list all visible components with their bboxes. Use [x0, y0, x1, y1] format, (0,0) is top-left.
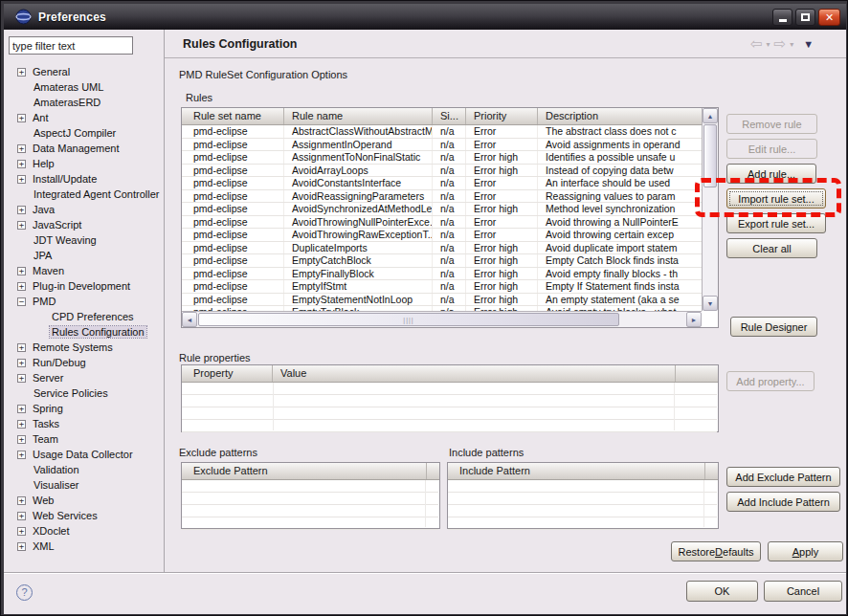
column-header-include-pattern[interactable]: Include Pattern [448, 463, 704, 479]
forward-icon[interactable]: ⇨ [774, 35, 787, 53]
sidebar-item-run-debug[interactable]: +Run/Debug [8, 355, 163, 370]
expand-icon[interactable]: + [17, 160, 26, 168]
table-row[interactable]: pmd-eclipseEmptyFinallyBlockn/aError hig… [182, 268, 702, 281]
close-button[interactable]: ✕ [818, 9, 840, 26]
column-header-rule-set-name[interactable]: Rule set name [182, 108, 284, 124]
expand-icon[interactable]: + [17, 542, 26, 551]
sidebar-item-team[interactable]: +Team [8, 431, 163, 447]
expand-icon[interactable]: + [17, 114, 26, 122]
table-row[interactable]: pmd-eclipseAssignmentToNonFinalStaticn/a… [182, 151, 702, 165]
sidebar-item-tasks[interactable]: +Tasks [8, 416, 163, 431]
column-header-exclude-pattern[interactable]: Exclude Pattern [182, 463, 426, 479]
scroll-up-icon[interactable]: ▲ [703, 108, 718, 123]
table-row[interactable]: pmd-eclipseDuplicateImportsn/aError high… [182, 242, 702, 255]
sidebar-item-help[interactable]: +Help [8, 156, 163, 171]
add-include-pattern-button[interactable]: Add Include Pattern [726, 492, 840, 512]
sidebar-item-remote-systems[interactable]: +Remote Systems [8, 340, 163, 355]
sidebar-item-validation[interactable]: Validation [8, 462, 163, 477]
maximize-button[interactable] [795, 9, 815, 26]
collapse-icon[interactable]: − [17, 297, 26, 306]
view-menu-icon[interactable]: ▼ [803, 38, 814, 50]
export-rule-set-button[interactable]: Export rule set... [726, 213, 826, 233]
back-icon[interactable]: ⇦ [750, 35, 763, 53]
filter-input[interactable] [9, 36, 133, 55]
sidebar-item-java[interactable]: +Java [8, 202, 163, 217]
forward-dropdown-icon[interactable]: ▾ [790, 40, 793, 49]
sidebar-item-usage-data-collector[interactable]: +Usage Data Collector [8, 447, 163, 462]
expand-icon[interactable]: + [17, 527, 26, 536]
sidebar-item-xdoclet[interactable]: +XDoclet [8, 523, 163, 539]
sidebar-item-data-management[interactable]: +Data Management [8, 141, 163, 156]
help-icon[interactable]: ? [16, 584, 33, 601]
horizontal-scrollbar[interactable]: ◄ |||| ► [182, 311, 702, 327]
expand-icon[interactable]: + [17, 221, 26, 230]
sidebar-item-jdt-weaving[interactable]: JDT Weaving [8, 232, 163, 248]
sidebar-item-service-policies[interactable]: Service Policies [8, 385, 163, 401]
sidebar-item-integrated-agent-controller[interactable]: Integrated Agent Controller [8, 187, 163, 202]
sidebar-item-rules-configuration[interactable]: Rules Configuration [8, 324, 163, 340]
sidebar-item-pmd[interactable]: −PMD [8, 294, 163, 309]
column-header-property[interactable]: Property [182, 365, 273, 382]
table-row[interactable]: pmd-eclipseAvoidReassigningParametersn/a… [182, 190, 702, 204]
expand-icon[interactable]: + [17, 267, 26, 275]
vertical-scroll-thumb[interactable] [703, 124, 717, 187]
expand-icon[interactable]: + [17, 420, 26, 429]
clear-all-button[interactable]: Clear all [726, 238, 817, 258]
table-row[interactable]: pmd-eclipseAvoidThrowingRawExceptionT...… [182, 229, 702, 242]
expand-icon[interactable]: + [17, 496, 26, 505]
restore-defaults-button[interactable]: Restore Defaults [671, 541, 761, 561]
scroll-left-icon[interactable]: ◄ [182, 312, 197, 327]
table-row[interactable]: pmd-eclipseEmptyStatementNotInLoopn/aErr… [182, 294, 702, 307]
sidebar-item-maven[interactable]: +Maven [8, 263, 163, 278]
sidebar-item-general[interactable]: +General [8, 64, 163, 79]
expand-icon[interactable]: + [17, 359, 26, 367]
sidebar-item-xml[interactable]: +XML [8, 539, 163, 554]
sidebar-item-spring[interactable]: +Spring [8, 401, 163, 416]
table-row[interactable]: pmd-eclipseEmptyIfStmtn/aError highEmpty… [182, 280, 702, 294]
table-row[interactable]: pmd-eclipseAvoidThrowingNullPointerExce.… [182, 216, 702, 230]
minimize-button[interactable] [772, 9, 792, 26]
expand-icon[interactable]: + [17, 435, 26, 444]
table-row[interactable]: pmd-eclipseEmptyCatchBlockn/aError highE… [182, 254, 702, 268]
vertical-scrollbar[interactable]: ▲ ▼ [702, 108, 718, 311]
table-row[interactable]: pmd-eclipseAvoidArrayLoopsn/aError highI… [182, 165, 702, 178]
sidebar-item-server[interactable]: +Server [8, 370, 163, 385]
sidebar-item-install-update[interactable]: +Install/Update [8, 171, 163, 187]
table-row[interactable]: pmd-eclipseAvoidConstantsInterfacen/aErr… [182, 177, 702, 190]
horizontal-scroll-thumb[interactable]: |||| [198, 313, 619, 326]
column-header-rule-name[interactable]: Rule name [284, 108, 433, 124]
expand-icon[interactable]: + [17, 343, 26, 352]
expand-icon[interactable]: + [17, 451, 26, 459]
sidebar-item-amateras-uml[interactable]: Amateras UML [8, 79, 163, 95]
add-rule-button[interactable]: Add rule... [726, 164, 816, 184]
column-header-value[interactable]: Value [273, 365, 675, 382]
expand-icon[interactable]: + [17, 282, 26, 291]
sidebar-item-cpd-preferences[interactable]: CPD Preferences [8, 309, 163, 324]
column-header-priority[interactable]: Priority [466, 108, 538, 124]
scroll-right-icon[interactable]: ► [686, 312, 702, 327]
scroll-down-icon[interactable]: ▼ [703, 296, 718, 311]
sidebar-item-plug-in-development[interactable]: +Plug-in Development [8, 278, 163, 294]
table-row[interactable]: pmd-eclipseAvoidSynchronizedAtMethodLe..… [182, 203, 702, 216]
sidebar-item-ant[interactable]: +Ant [8, 110, 163, 125]
sidebar-item-visualiser[interactable]: Visualiser [8, 477, 163, 493]
sidebar-item-web[interactable]: +Web [8, 493, 163, 508]
ok-button[interactable]: OK [686, 581, 758, 602]
column-header-si-[interactable]: Si... [433, 108, 466, 124]
sidebar-item-amateraserd[interactable]: AmaterasERD [8, 95, 163, 110]
back-dropdown-icon[interactable]: ▾ [767, 40, 770, 49]
sidebar-item-jpa[interactable]: JPA [8, 248, 163, 263]
sidebar-item-aspectj-compiler[interactable]: AspectJ Compiler [8, 125, 163, 141]
expand-icon[interactable]: + [17, 175, 26, 184]
expand-icon[interactable]: + [17, 405, 26, 413]
expand-icon[interactable]: + [17, 68, 26, 77]
sidebar-item-javascript[interactable]: +JavaScript [8, 217, 163, 232]
cancel-button[interactable]: Cancel [764, 581, 842, 602]
import-rule-set-button[interactable]: Import rule set... [726, 188, 826, 209]
apply-button[interactable]: Apply [768, 541, 843, 561]
expand-icon[interactable]: + [17, 374, 26, 383]
table-row[interactable]: pmd-eclipseAssignmentInOperandn/aErrorAv… [182, 139, 702, 152]
add-exclude-pattern-button[interactable]: Add Exclude Pattern [726, 467, 840, 487]
expand-icon[interactable]: + [17, 206, 26, 214]
rule-designer-button[interactable]: Rule Designer [730, 317, 817, 337]
